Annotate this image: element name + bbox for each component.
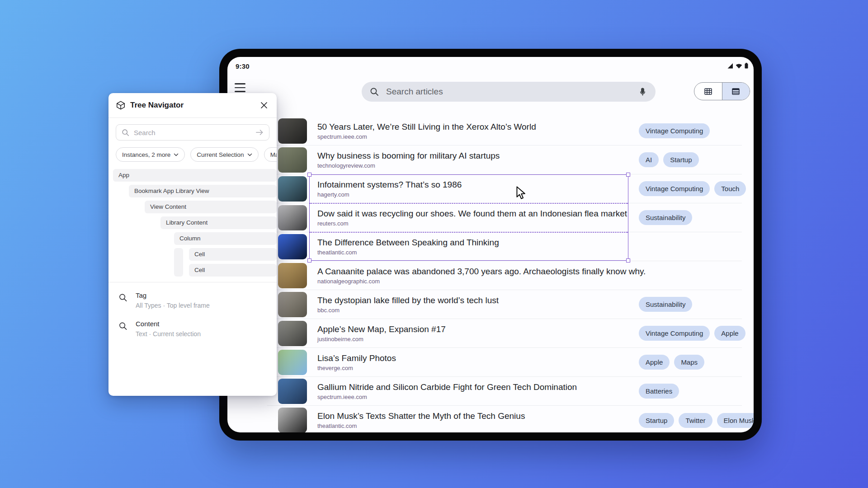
tag-pill[interactable]: Elon Musk <box>717 413 754 428</box>
article-domain: justinobeirne.com <box>317 336 446 343</box>
article-search-input[interactable] <box>386 87 638 97</box>
tag-pill[interactable]: Startup <box>639 413 674 428</box>
search-icon <box>370 87 379 96</box>
grid-view-button[interactable] <box>694 83 722 100</box>
tag-pill[interactable]: Twitter <box>679 413 712 428</box>
article-thumbnail <box>278 263 307 288</box>
wifi-icon <box>736 63 742 69</box>
article-domain: nationalgeographic.com <box>317 278 571 285</box>
submit-arrow-icon[interactable] <box>255 129 264 136</box>
filter-chip-label: Current Selection <box>197 151 244 158</box>
tree-branch-spacer[interactable] <box>174 248 183 277</box>
article-row[interactable]: A Canaanite palace was abandoned 3,700 y… <box>267 261 742 290</box>
tree-cell-group: CellCell <box>174 248 277 277</box>
article-row[interactable]: The Difference Between Speaking and Thin… <box>267 232 742 261</box>
scope-row[interactable]: Tag All Types · Top level frame <box>108 282 277 311</box>
article-title: Apple’s New Map, Expansion #17 <box>317 324 446 334</box>
filter-chip[interactable]: Instances, 2 more <box>116 147 185 162</box>
article-row[interactable]: Gallium Nitride and Silicon Carbide Figh… <box>267 377 742 406</box>
close-button[interactable] <box>259 100 269 111</box>
tag-pill[interactable]: Startup <box>663 152 698 167</box>
article-domain: hagerty.com <box>317 191 462 198</box>
article-row[interactable]: Why business is booming for military AI … <box>267 145 742 174</box>
article-list: 50 Years Later, We’re Still Living in th… <box>267 117 742 432</box>
article-domain: theatlantic.com <box>317 422 525 429</box>
article-tags: Sustainability <box>639 203 692 232</box>
tree-node[interactable]: Cell <box>189 248 277 261</box>
article-title: Why business is booming for military AI … <box>317 151 500 161</box>
tag-pill[interactable]: Apple <box>714 326 745 341</box>
scope-subtitle: All Types · Top level frame <box>136 302 210 309</box>
filter-chip[interactable]: Current Selection <box>190 147 258 162</box>
article-row[interactable]: 50 Years Later, We’re Still Living in th… <box>267 117 742 145</box>
tree-node[interactable]: Column <box>174 232 277 245</box>
panel-title: Tree Navigator <box>130 101 259 110</box>
article-domain: spectrum.ieee.com <box>317 394 571 400</box>
tag-pill[interactable]: AI <box>639 152 659 167</box>
scope-row[interactable]: Content Text · Current selection <box>108 311 277 339</box>
tree-node[interactable]: Bookmark App Library View <box>129 185 277 197</box>
article-text: Elon Musk’s Texts Shatter the Myth of th… <box>317 411 525 429</box>
selection-handle-top-left[interactable] <box>307 173 311 177</box>
tree-node[interactable]: View Content <box>145 201 277 213</box>
article-tags: Vintage Computing <box>639 117 710 145</box>
selection-handle-top-right[interactable] <box>626 173 630 177</box>
tag-pill[interactable]: Sustainability <box>639 210 692 225</box>
status-icons <box>727 63 748 69</box>
tree-node[interactable]: Cell <box>189 264 277 277</box>
filter-chip[interactable]: Match <box>264 147 277 162</box>
scope-title: Content <box>136 320 201 328</box>
status-time: 9:30 <box>236 62 250 70</box>
chevron-down-icon <box>247 153 252 156</box>
tag-pill[interactable]: Touch <box>714 181 746 196</box>
tag-pill[interactable]: Vintage Computing <box>639 123 710 138</box>
article-tags: AIStartup <box>639 145 699 174</box>
article-text: Why business is booming for military AI … <box>317 151 500 169</box>
battery-icon <box>745 63 748 69</box>
article-search-bar[interactable] <box>362 82 656 102</box>
panel-search-field[interactable] <box>116 124 269 141</box>
article-row[interactable]: Dow said it was recycling our shoes. We … <box>267 203 742 232</box>
tag-pill[interactable]: Sustainability <box>639 297 692 312</box>
tag-pill[interactable]: Apple <box>639 355 670 370</box>
filter-chip-row: Instances, 2 more Current Selection Matc… <box>116 147 277 162</box>
list-view-button[interactable] <box>722 83 750 100</box>
scope-subtitle: Text · Current selection <box>136 330 201 338</box>
article-domain: reuters.com <box>317 220 571 227</box>
article-thumbnail <box>278 379 307 404</box>
article-text: Apple’s New Map, Expansion #17 justinobe… <box>317 324 446 343</box>
chevron-down-icon <box>174 153 179 156</box>
tag-pill[interactable]: Maps <box>674 355 704 370</box>
article-thumbnail <box>278 350 307 375</box>
microphone-icon[interactable] <box>638 87 647 97</box>
menu-icon[interactable] <box>235 83 245 92</box>
article-row[interactable]: Elon Musk’s Texts Shatter the Myth of th… <box>267 406 742 432</box>
tablet-device-frame: 9:30 50 Years Later, We’re Sti <box>219 49 762 441</box>
article-text: A Canaanite palace was abandoned 3,700 y… <box>317 267 571 285</box>
tree-node[interactable]: App <box>113 169 277 182</box>
article-thumbnail <box>278 118 307 144</box>
tag-pill[interactable]: Vintage Computing <box>639 181 710 196</box>
article-text: 50 Years Later, We’re Still Living in th… <box>317 122 536 140</box>
layer-tree: AppBookmark App Library ViewView Content… <box>108 169 277 277</box>
scope-text: Tag All Types · Top level frame <box>136 291 210 309</box>
article-row[interactable]: Apple’s New Map, Expansion #17 justinobe… <box>267 319 742 348</box>
article-text: The Difference Between Speaking and Thin… <box>317 238 499 256</box>
article-text: Infotainment systems? That’s so 1986 hag… <box>317 180 462 198</box>
article-row[interactable]: Lisa’s Family Photos theverge.com AppleM… <box>267 348 742 377</box>
tree-node[interactable]: Library Content <box>160 216 277 229</box>
selection-handle-bottom-left[interactable] <box>307 258 311 263</box>
article-row[interactable]: Infotainment systems? That’s so 1986 hag… <box>267 174 742 203</box>
article-tags: Batteries <box>639 377 679 405</box>
tag-pill[interactable]: Vintage Computing <box>639 326 710 341</box>
panel-search-input[interactable] <box>134 129 255 136</box>
mouse-cursor <box>515 186 527 200</box>
selection-handle-bottom-right[interactable] <box>626 258 630 263</box>
article-domain: spectrum.ieee.com <box>317 133 536 140</box>
search-icon <box>122 129 129 136</box>
article-title: Lisa’s Family Photos <box>317 353 396 363</box>
article-title: Gallium Nitride and Silicon Carbide Figh… <box>317 382 571 392</box>
article-domain: theatlantic.com <box>317 249 499 256</box>
article-row[interactable]: The dystopian lake filled by the world’s… <box>267 290 742 319</box>
tag-pill[interactable]: Batteries <box>639 384 679 399</box>
